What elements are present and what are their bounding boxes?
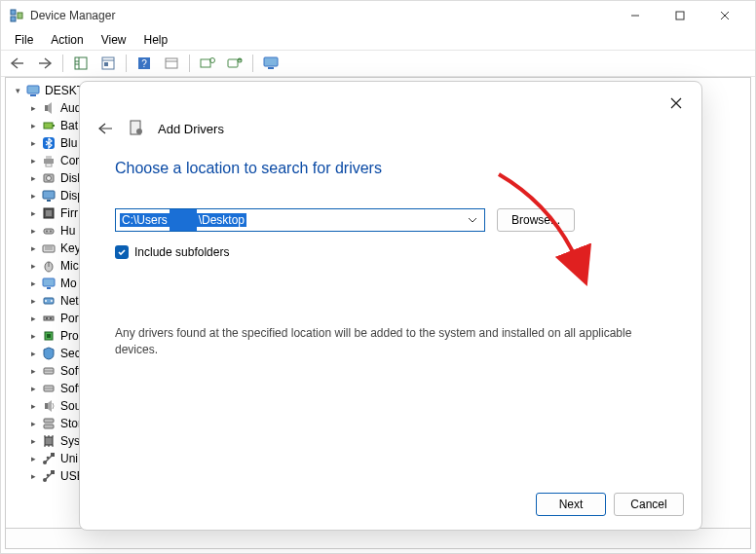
browse-button[interactable]: Browse... (497, 208, 575, 232)
svg-rect-56 (46, 317, 48, 319)
component-icon (41, 363, 57, 379)
svg-text:?: ? (141, 58, 147, 69)
expand-icon[interactable]: ▸ (27, 207, 39, 219)
chevron-down-icon[interactable] (465, 209, 480, 231)
maximize-button[interactable] (658, 1, 702, 30)
dialog-back-button[interactable] (95, 119, 115, 138)
add-driver-icon[interactable]: + (222, 53, 247, 74)
svg-rect-0 (11, 10, 16, 15)
sound-icon (41, 398, 57, 414)
svg-rect-28 (30, 94, 36, 96)
keyboard-icon (41, 240, 57, 256)
svg-rect-55 (44, 316, 54, 320)
driver-icon (129, 120, 144, 138)
close-button[interactable] (702, 1, 747, 30)
svg-rect-20 (201, 59, 210, 67)
security-icon (41, 346, 57, 361)
expand-icon[interactable]: ▸ (27, 260, 39, 272)
expand-icon[interactable]: ▸ (27, 330, 39, 342)
show-hide-console-tree-icon[interactable] (68, 53, 94, 74)
svg-point-54 (51, 300, 53, 302)
toolbar-sep (126, 55, 127, 72)
svg-rect-27 (27, 86, 39, 93)
expand-icon[interactable]: ▸ (27, 348, 39, 359)
svg-rect-30 (44, 123, 53, 129)
expand-icon[interactable]: ▾ (12, 85, 23, 96)
svg-rect-42 (44, 229, 54, 234)
monitor-icon[interactable] (258, 53, 284, 74)
svg-rect-2 (18, 13, 22, 18)
action-icon[interactable] (159, 53, 184, 74)
tree-item-label: Por (60, 312, 79, 325)
svg-rect-26 (268, 67, 274, 69)
help-icon[interactable]: ? (132, 53, 157, 74)
expand-icon[interactable]: ▸ (27, 102, 39, 114)
menu-action[interactable]: Action (43, 31, 91, 49)
port-icon (41, 311, 57, 326)
window-controls (613, 1, 747, 30)
expand-icon[interactable]: ▸ (27, 120, 39, 131)
expand-icon[interactable]: ▸ (27, 190, 39, 202)
minimize-button[interactable] (613, 1, 658, 30)
expand-icon[interactable]: ▸ (27, 400, 39, 412)
svg-rect-67 (45, 437, 53, 445)
expand-icon[interactable]: ▸ (27, 453, 39, 464)
next-button[interactable]: Next (536, 493, 606, 516)
network-icon (41, 293, 57, 309)
checkmark-icon (115, 245, 129, 259)
cancel-button[interactable]: Cancel (614, 493, 684, 516)
dialog-close-button[interactable] (662, 90, 690, 117)
svg-text:+: + (238, 57, 242, 63)
tree-item-label: Blu (60, 136, 77, 150)
expand-icon[interactable]: ▸ (27, 470, 39, 482)
computer-icon (25, 83, 41, 98)
toolbar-sep (252, 55, 253, 72)
menu-view[interactable]: View (94, 31, 134, 49)
bluetooth-icon (41, 135, 57, 151)
menu-help[interactable]: Help (136, 31, 176, 49)
expand-icon[interactable]: ▸ (27, 137, 39, 149)
toolbar-sep (189, 55, 190, 72)
expand-icon[interactable]: ▸ (27, 365, 39, 377)
toolbar: ? + (1, 50, 755, 77)
menu-file[interactable]: File (7, 31, 41, 49)
expand-icon[interactable]: ▸ (27, 313, 39, 324)
expand-icon[interactable]: ▸ (27, 277, 39, 289)
menubar: File Action View Help (1, 30, 755, 50)
svg-rect-22 (228, 59, 238, 67)
expand-icon[interactable]: ▸ (27, 295, 39, 307)
tree-item-label: Net (60, 294, 79, 308)
component-icon (41, 381, 57, 396)
include-subfolders-checkbox[interactable]: Include subfolders (115, 245, 666, 259)
dialog-title: Add Drivers (158, 122, 224, 136)
svg-rect-41 (46, 210, 52, 216)
svg-rect-75 (51, 453, 55, 457)
svg-rect-9 (75, 57, 87, 69)
speaker-icon (41, 100, 57, 116)
disk-icon (41, 170, 57, 186)
svg-rect-64 (45, 403, 48, 409)
forward-icon[interactable] (32, 53, 57, 74)
properties-icon[interactable] (95, 53, 121, 74)
expand-icon[interactable]: ▸ (27, 435, 39, 447)
svg-rect-51 (47, 287, 51, 289)
path-combobox[interactable]: C:\Users \Desktop (115, 208, 485, 232)
hid-icon (41, 223, 57, 239)
status-bar (5, 528, 751, 549)
tree-item-label: Sec (60, 347, 81, 360)
back-icon[interactable] (5, 53, 30, 74)
expand-icon[interactable]: ▸ (27, 242, 39, 254)
svg-rect-1 (11, 17, 16, 21)
expand-icon[interactable]: ▸ (27, 172, 39, 184)
expand-icon[interactable]: ▸ (27, 418, 39, 429)
expand-icon[interactable]: ▸ (27, 383, 39, 394)
chip-icon (41, 433, 57, 449)
svg-point-76 (47, 457, 50, 460)
expand-icon[interactable]: ▸ (27, 155, 39, 166)
scan-hardware-icon[interactable] (195, 53, 220, 74)
svg-rect-66 (44, 425, 54, 428)
svg-rect-78 (51, 470, 55, 474)
expand-icon[interactable]: ▸ (27, 225, 39, 237)
firmware-icon (41, 205, 57, 221)
svg-rect-18 (166, 58, 177, 68)
